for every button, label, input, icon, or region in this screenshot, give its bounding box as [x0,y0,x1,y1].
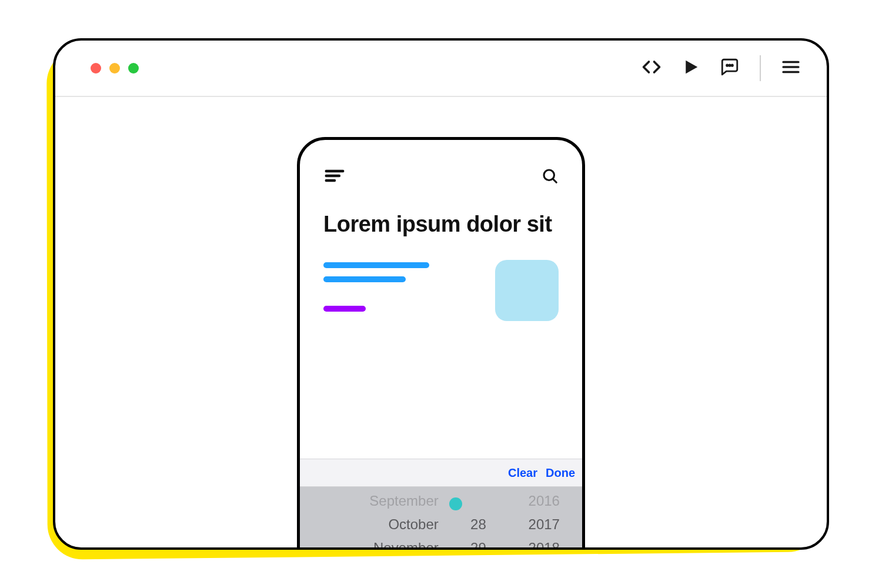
wheel-item[interactable]: September [310,489,439,513]
touch-indicator-icon [449,497,462,510]
wheel-item[interactable]: 28 [452,513,486,536]
phone-frame: Lorem ipsum dolor sit Clear Done [297,137,585,550]
canvas-area: Lorem ipsum dolor sit Clear Done [55,97,827,547]
wheel-item[interactable]: 2016 [493,489,560,513]
code-icon[interactable] [641,56,662,80]
svg-point-1 [727,65,728,66]
svg-line-11 [553,179,556,182]
wheel-item[interactable]: 29 [452,536,486,550]
clear-button[interactable]: Clear [508,466,537,480]
mobile-header [300,140,582,189]
menu-icon[interactable] [781,57,801,79]
thumbnail-placeholder [495,260,559,321]
text-placeholder-lines [323,260,472,312]
date-picker-wheels[interactable]: September October November December Janu… [300,487,582,550]
svg-point-2 [729,65,730,66]
text-line-1 [323,262,429,268]
wheel-item[interactable]: 2017 [493,513,560,536]
date-picker-toolbar: Clear Done [300,459,582,487]
svg-marker-0 [686,61,697,74]
month-wheel[interactable]: September October November December Janu… [310,487,452,550]
day-wheel[interactable]: 28 29 30 31 1 [452,487,493,550]
wheel-item[interactable]: 2018 [493,536,560,550]
minimize-window-button[interactable] [109,63,120,74]
maximize-window-button[interactable] [128,63,139,74]
toolbar-divider [760,55,761,81]
toolbar-right [641,55,801,81]
text-line-2 [323,276,406,282]
comment-icon[interactable] [720,57,740,79]
wheel-item[interactable]: November [310,536,439,550]
close-window-button[interactable] [91,63,101,74]
date-picker: Clear Done September October November De… [300,459,582,550]
browser-window: Lorem ipsum dolor sit Clear Done [53,38,829,550]
mobile-menu-icon[interactable] [323,165,346,189]
wheel-item[interactable]: October [310,513,439,536]
year-wheel[interactable]: 2016 2017 2018 2019 2020 2021 [493,487,572,550]
page-title: Lorem ipsum dolor sit [300,189,582,238]
svg-point-3 [731,65,733,66]
window-controls [91,63,139,74]
done-button[interactable]: Done [546,466,575,480]
browser-titlebar [55,41,827,97]
search-icon[interactable] [541,167,559,187]
play-icon[interactable] [682,58,700,78]
content-card [300,238,582,321]
accent-line [323,306,366,312]
